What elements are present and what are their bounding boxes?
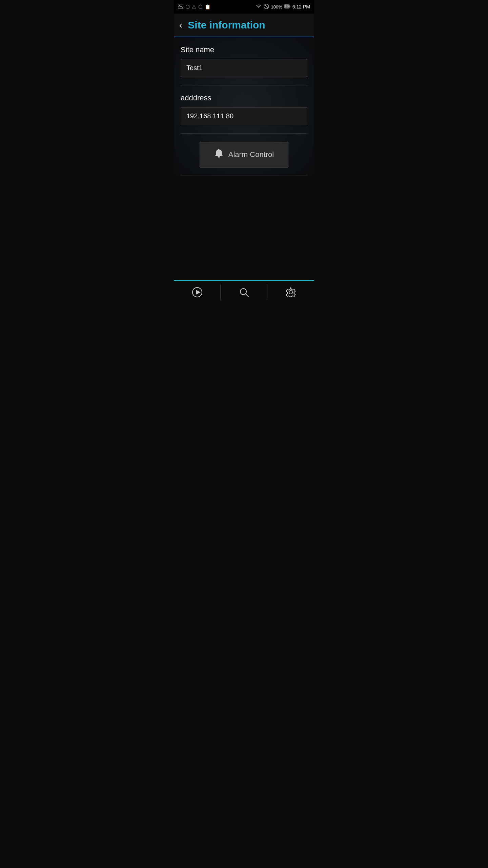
wifi-icon <box>256 4 262 10</box>
divider-3 <box>181 176 307 176</box>
alarm-control-label: Alarm Control <box>228 150 274 159</box>
address-input[interactable] <box>181 107 307 125</box>
search-icon <box>239 287 249 297</box>
svg-point-11 <box>289 291 292 294</box>
main-content: Site name adddress Alarm Control <box>174 37 314 176</box>
no-sim-icon <box>264 4 269 10</box>
svg-line-10 <box>246 294 248 297</box>
battery-percent: 100% <box>271 4 282 9</box>
alarm-control-button[interactable]: Alarm Control <box>200 142 288 167</box>
svg-marker-8 <box>196 290 201 295</box>
play-nav-button[interactable] <box>174 281 221 304</box>
address-section: adddress <box>181 94 307 129</box>
divider-1 <box>181 85 307 85</box>
divider-2 <box>181 133 307 134</box>
page-title: Site information <box>188 19 265 31</box>
bottom-nav <box>174 280 314 304</box>
search-nav-button[interactable] <box>221 281 267 304</box>
hexagon-icon: ⬡ <box>185 4 190 10</box>
svg-line-3 <box>265 5 268 8</box>
settings-icon <box>286 287 296 297</box>
time: 6:12 PM <box>292 4 310 9</box>
image-icon <box>178 4 183 10</box>
status-icons-right: 100% 6:12 PM <box>256 4 310 10</box>
site-name-section: Site name <box>181 45 307 80</box>
play-icon <box>192 287 203 298</box>
address-label: adddress <box>181 94 307 102</box>
hexagon2-icon: ⬡ <box>198 4 203 10</box>
back-button[interactable]: ‹ <box>179 20 182 30</box>
battery-icon <box>284 4 290 9</box>
status-icons-left: ⬡ ⚠ ⬡ 📋 <box>178 4 210 10</box>
top-nav: ‹ Site information <box>174 14 314 37</box>
settings-nav-button[interactable] <box>267 281 314 304</box>
clipboard-icon: 📋 <box>205 4 210 9</box>
warning-icon: ⚠ <box>192 4 196 9</box>
svg-rect-5 <box>289 5 290 7</box>
site-name-label: Site name <box>181 45 307 54</box>
bell-icon <box>214 149 224 160</box>
site-name-input[interactable] <box>181 59 307 77</box>
status-bar: ⬡ ⚠ ⬡ 📋 100% <box>174 0 314 14</box>
